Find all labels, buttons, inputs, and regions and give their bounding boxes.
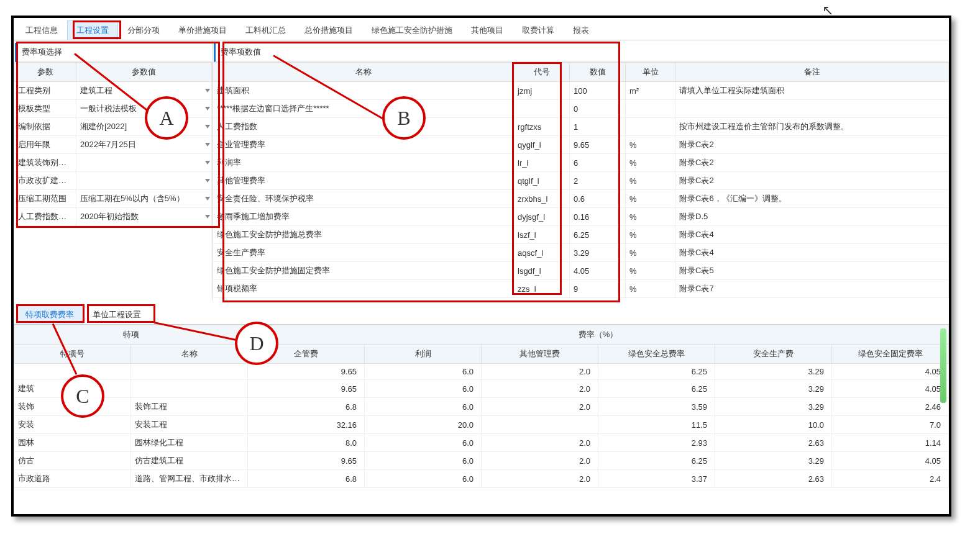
rate-cell[interactable]: 9.65: [248, 364, 365, 380]
value-cell[interactable]: 2: [570, 172, 626, 190]
value-cell[interactable]: 3.29: [570, 244, 626, 262]
rate-cell[interactable]: 2.63: [715, 470, 832, 488]
value-cell[interactable]: 9: [570, 280, 626, 298]
rate-cell[interactable]: 6.0: [365, 398, 482, 416]
rate-cell[interactable]: 6.0: [365, 380, 482, 398]
rate-cell[interactable]: 6.0: [365, 470, 482, 488]
col-code[interactable]: 代号: [514, 63, 570, 82]
annotation-bubble-d: D: [235, 322, 278, 365]
lower-head-left-1[interactable]: 名称: [131, 345, 248, 364]
param-value[interactable]: [76, 172, 212, 190]
param-name: 启用年限: [14, 136, 76, 154]
unit-cell: %: [626, 244, 675, 262]
panel-a-header-0[interactable]: 参数: [14, 63, 76, 82]
rate-cell[interactable]: 7.0: [832, 416, 949, 434]
dropdown-arrow-icon[interactable]: [205, 107, 210, 111]
dropdown-arrow-icon[interactable]: [205, 143, 210, 147]
value-cell[interactable]: 9.65: [570, 136, 626, 154]
dropdown-arrow-icon[interactable]: [205, 179, 210, 183]
value-cell[interactable]: 1: [570, 118, 626, 136]
rate-cell[interactable]: 2.0: [482, 434, 598, 452]
rate-cell[interactable]: 3.59: [598, 398, 715, 416]
rate-cell[interactable]: 2.0: [482, 364, 598, 380]
rate-cell[interactable]: 6.0: [365, 364, 482, 380]
col-value[interactable]: 数值: [570, 63, 626, 82]
rate-cell[interactable]: [482, 416, 598, 434]
col-name[interactable]: 名称: [213, 63, 514, 82]
panel-a-row: 市政改扩建工程: [14, 172, 212, 190]
rate-cell[interactable]: 2.4: [832, 470, 949, 488]
param-value[interactable]: 2022年7月25日: [76, 136, 212, 154]
value-cell[interactable]: 0.16: [570, 208, 626, 226]
dropdown-arrow-icon[interactable]: [205, 89, 210, 93]
dropdown-arrow-icon[interactable]: [205, 197, 210, 201]
lower-head-right-3[interactable]: 绿色安全总费率: [598, 345, 715, 364]
rate-cell[interactable]: 3.37: [598, 470, 715, 488]
rate-cell[interactable]: 6.25: [598, 380, 715, 398]
lower-head-right-2[interactable]: 其他管理费: [482, 345, 598, 364]
tab-8[interactable]: 取费计算: [513, 20, 564, 40]
rate-cell[interactable]: 11.5: [598, 416, 715, 434]
value-cell[interactable]: 0: [570, 100, 626, 118]
rate-cell[interactable]: 6.25: [598, 452, 715, 470]
tab-7[interactable]: 其他项目: [462, 20, 513, 40]
value-cell[interactable]: 6: [570, 154, 626, 172]
param-value[interactable]: 湘建价[2022]: [76, 118, 212, 136]
dropdown-arrow-icon[interactable]: [205, 125, 210, 129]
rate-cell[interactable]: 3.29: [715, 452, 832, 470]
param-value[interactable]: 压缩工期在5%以内（含5%）: [76, 190, 212, 208]
lower-head-left-0[interactable]: 特项号: [14, 345, 131, 364]
rate-cell[interactable]: 6.25: [598, 364, 715, 380]
rate-cell[interactable]: 32.16: [248, 416, 365, 434]
rate-cell[interactable]: 3.29: [715, 398, 832, 416]
col-remark[interactable]: 备注: [675, 63, 949, 82]
tab-1[interactable]: 工程设置: [67, 20, 118, 40]
lower-head-right-4[interactable]: 安全生产费: [715, 345, 832, 364]
param-value[interactable]: [76, 154, 212, 172]
param-value[interactable]: 2020年初始指数: [76, 208, 212, 226]
rate-cell[interactable]: 6.8: [248, 398, 365, 416]
rate-cell[interactable]: 2.93: [598, 434, 715, 452]
tab-3[interactable]: 单价措施项目: [169, 20, 236, 40]
param-value[interactable]: 建筑工程: [76, 82, 212, 100]
tab-9[interactable]: 报表: [564, 20, 598, 40]
col-unit[interactable]: 单位: [626, 63, 675, 82]
value-cell[interactable]: 0.6: [570, 190, 626, 208]
tab-6[interactable]: 绿色施工安全防护措施: [362, 20, 462, 40]
rate-cell[interactable]: 4.05: [832, 364, 949, 380]
rate-cell[interactable]: 3.29: [715, 364, 832, 380]
tab-5[interactable]: 总价措施项目: [295, 20, 362, 40]
value-cell[interactable]: 4.05: [570, 262, 626, 280]
rate-cell[interactable]: 2.0: [482, 470, 598, 488]
rate-cell[interactable]: 6.0: [365, 434, 482, 452]
dropdown-arrow-icon[interactable]: [205, 161, 210, 165]
panel-b-row: *****根据左边窗口选择产生*****0: [213, 100, 949, 118]
rate-cell[interactable]: 8.0: [248, 434, 365, 452]
dropdown-arrow-icon[interactable]: [205, 215, 210, 219]
tab-4[interactable]: 工料机汇总: [236, 20, 295, 40]
lower-head-right-5[interactable]: 绿色安全固定费率: [832, 345, 949, 364]
lower-head-right-1[interactable]: 利润: [365, 345, 482, 364]
rate-cell[interactable]: 6.0: [365, 452, 482, 470]
rate-cell[interactable]: 2.63: [715, 434, 832, 452]
rate-cell[interactable]: 10.0: [715, 416, 832, 434]
subtab-0[interactable]: 特项取费费率: [16, 305, 83, 324]
value-cell[interactable]: 100: [570, 82, 626, 100]
rate-cell[interactable]: 2.0: [482, 398, 598, 416]
tab-0[interactable]: 工程信息: [16, 20, 67, 40]
rate-cell[interactable]: 3.29: [715, 380, 832, 398]
rate-cell[interactable]: 4.05: [832, 380, 949, 398]
rate-cell[interactable]: 4.05: [832, 452, 949, 470]
rate-cell[interactable]: 9.65: [248, 380, 365, 398]
subtab-1[interactable]: 单位工程设置: [83, 305, 150, 324]
rate-cell[interactable]: 20.0: [365, 416, 482, 434]
rate-cell[interactable]: 2.0: [482, 452, 598, 470]
rate-cell[interactable]: 1.14: [832, 434, 949, 452]
rate-cell[interactable]: 9.65: [248, 452, 365, 470]
tab-2[interactable]: 分部分项: [118, 20, 169, 40]
rate-cell[interactable]: 6.8: [248, 470, 365, 488]
scrollbar[interactable]: [940, 328, 946, 403]
rate-cell[interactable]: 2.46: [832, 398, 949, 416]
value-cell[interactable]: 6.25: [570, 226, 626, 244]
rate-cell[interactable]: 2.0: [482, 380, 598, 398]
